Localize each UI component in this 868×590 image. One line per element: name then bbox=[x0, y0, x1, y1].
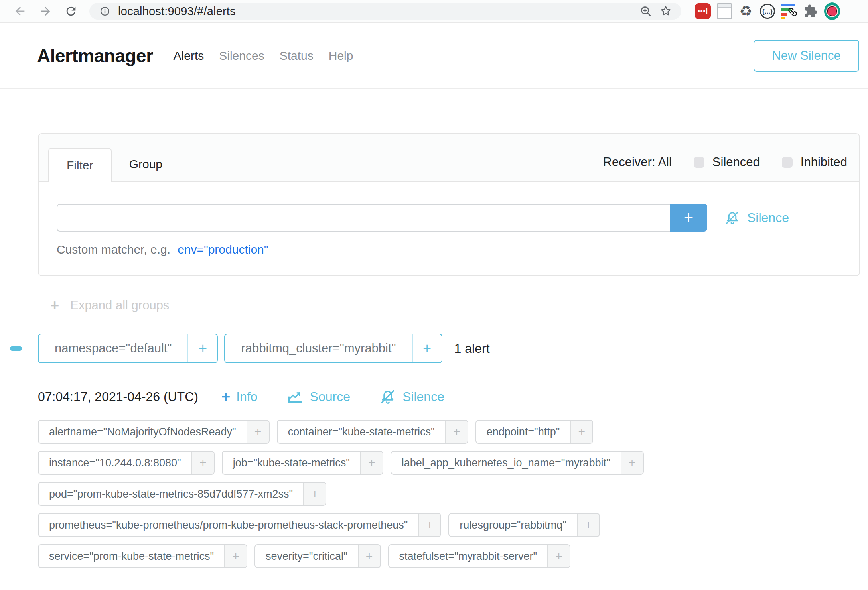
alert-label-text: pod="prom-kube-state-metrics-85d7ddf577-… bbox=[39, 483, 303, 505]
silenced-label[interactable]: Silenced bbox=[712, 155, 760, 169]
matcher-input-row: + Silence bbox=[57, 204, 841, 232]
label-row: service="prom-kube-state-metrics" + seve… bbox=[38, 544, 830, 568]
add-label-filter-button[interactable]: + bbox=[547, 545, 570, 567]
json-viewer-extension-icon[interactable]: {…} bbox=[760, 3, 775, 19]
profile-avatar[interactable] bbox=[824, 3, 840, 19]
label-row: pod="prom-kube-state-metrics-85d7ddf577-… bbox=[38, 482, 830, 506]
add-label-filter-button[interactable]: + bbox=[358, 545, 380, 567]
window-extension-icon[interactable] bbox=[716, 3, 732, 19]
alert-info-button[interactable]: + Info bbox=[221, 389, 258, 404]
lastpass-extension-icon[interactable]: •••| bbox=[695, 3, 711, 19]
label-row: prometheus="kube-prometheus/prom-kube-pr… bbox=[38, 513, 830, 537]
expand-all-groups-button[interactable]: + Expand all groups bbox=[50, 298, 868, 313]
collapse-group-button[interactable] bbox=[10, 346, 22, 351]
alert-label-text: service="prom-kube-state-metrics" bbox=[39, 545, 224, 567]
filter-panel-controls: Receiver: All Silenced Inhibited bbox=[603, 155, 847, 169]
alert-header-row: 07:04:17, 2021-04-26 (UTC) + Info Source… bbox=[38, 388, 868, 405]
add-label-filter-button[interactable]: + bbox=[418, 514, 440, 536]
alert-label-chip: label_app_kubernetes_io_name="myrabbit" … bbox=[391, 451, 644, 475]
add-matcher-button[interactable]: + bbox=[670, 204, 707, 232]
alert-label-chip: endpoint="http" + bbox=[475, 420, 594, 444]
alert-source-label: Source bbox=[310, 389, 350, 404]
browser-back-button[interactable] bbox=[11, 2, 29, 20]
recycle-extension-icon[interactable]: ♻ bbox=[738, 3, 754, 19]
zoom-page-icon[interactable] bbox=[639, 4, 653, 18]
alert-label-text: job="kube-state-metrics" bbox=[223, 452, 360, 474]
group-matcher-chip: rabbitmq_cluster="myrabbit" + bbox=[224, 334, 442, 363]
inhibited-checkbox[interactable] bbox=[782, 157, 793, 168]
alert-silence-label: Silence bbox=[402, 389, 444, 404]
receiver-label[interactable]: Receiver: All bbox=[603, 155, 672, 169]
group-matcher-chip: namespace="default" + bbox=[38, 334, 218, 363]
expand-all-groups-label: Expand all groups bbox=[70, 298, 169, 313]
alert-label-text: alertname="NoMajorityOfNodesReady" bbox=[39, 421, 247, 443]
bell-slash-icon bbox=[379, 388, 397, 405]
alert-label-text: label_app_kubernetes_io_name="myrabbit" bbox=[391, 452, 621, 474]
group-alert-count: 1 alert bbox=[454, 341, 490, 356]
add-group-matcher-button[interactable]: + bbox=[412, 334, 442, 362]
add-label-filter-button[interactable]: + bbox=[247, 421, 269, 443]
group-matcher-text: namespace="default" bbox=[39, 334, 187, 362]
alert-label-chip: service="prom-kube-state-metrics" + bbox=[38, 544, 247, 568]
add-label-filter-button[interactable]: + bbox=[621, 452, 643, 474]
add-label-filter-button[interactable]: + bbox=[570, 421, 592, 443]
plus-icon: + bbox=[221, 389, 230, 404]
filter-panel-body: + Silence Custom matcher, e.g. env="prod… bbox=[39, 182, 859, 275]
alert-label-text: statefulset="myrabbit-server" bbox=[389, 545, 548, 567]
nav-alerts[interactable]: Alerts bbox=[174, 49, 204, 63]
silenced-toggle: Silenced bbox=[694, 155, 760, 169]
group-matcher-text: rabbitmq_cluster="myrabbit" bbox=[225, 334, 412, 362]
alert-label-chip: pod="prom-kube-state-metrics-85d7ddf577-… bbox=[38, 482, 326, 506]
nav-help[interactable]: Help bbox=[329, 49, 353, 63]
alert-label-text: endpoint="http" bbox=[476, 421, 570, 443]
matcher-input[interactable] bbox=[57, 204, 670, 232]
add-label-filter-button[interactable]: + bbox=[360, 452, 383, 474]
matcher-hint: Custom matcher, e.g. env="production" bbox=[57, 243, 841, 256]
silenced-checkbox[interactable] bbox=[694, 157, 704, 168]
alert-label-chip: job="kube-state-metrics" + bbox=[222, 451, 383, 475]
nav-silences[interactable]: Silences bbox=[219, 49, 264, 63]
site-info-icon[interactable] bbox=[98, 4, 112, 18]
browser-forward-button[interactable] bbox=[37, 2, 54, 20]
silence-filter-label: Silence bbox=[747, 210, 789, 225]
filter-panel-header: Filter Group Receiver: All Silenced Inhi… bbox=[39, 134, 859, 182]
alert-label-text: container="kube-state-metrics" bbox=[278, 421, 445, 443]
add-label-filter-button[interactable]: + bbox=[224, 545, 247, 567]
plus-icon: + bbox=[50, 298, 59, 313]
tab-filter[interactable]: Filter bbox=[48, 148, 112, 182]
add-label-filter-button[interactable]: + bbox=[445, 421, 468, 443]
extensions-row: •••| ♻ {…} bbox=[695, 3, 840, 19]
address-bar[interactable]: localhost:9093/#/alerts bbox=[89, 3, 681, 20]
new-silence-button[interactable]: New Silence bbox=[754, 40, 859, 72]
app-brand[interactable]: Alertmanager bbox=[37, 45, 153, 67]
add-group-matcher-button[interactable]: + bbox=[187, 334, 217, 362]
silence-filter-button[interactable]: Silence bbox=[724, 209, 789, 226]
alerts-page: Filter Group Receiver: All Silenced Inhi… bbox=[0, 133, 868, 568]
extensions-puzzle-icon[interactable] bbox=[803, 3, 819, 19]
bell-slash-icon bbox=[724, 209, 741, 226]
alert-label-chip: severity="critical" + bbox=[254, 544, 381, 568]
tab-group[interactable]: Group bbox=[112, 147, 180, 181]
nav-status[interactable]: Status bbox=[280, 49, 314, 63]
add-label-filter-button[interactable]: + bbox=[577, 514, 599, 536]
alert-label-chip: alertname="NoMajorityOfNodesReady" + bbox=[38, 420, 270, 444]
matcher-hint-example-link[interactable]: env="production" bbox=[178, 243, 268, 256]
inhibited-toggle: Inhibited bbox=[782, 155, 847, 169]
alert-silence-button[interactable]: Silence bbox=[379, 388, 444, 405]
alert-label-chip: statefulset="myrabbit-server" + bbox=[388, 544, 571, 568]
alert-source-link[interactable]: Source bbox=[286, 388, 350, 405]
alert-label-chip: rulesgroup="rabbitmq" + bbox=[448, 513, 600, 537]
link-shortener-extension-icon[interactable] bbox=[781, 3, 797, 19]
alert-timestamp: 07:04:17, 2021-04-26 (UTC) bbox=[38, 389, 198, 404]
add-label-filter-button[interactable]: + bbox=[303, 483, 326, 505]
matcher-hint-text: Custom matcher, e.g. bbox=[57, 243, 170, 256]
url-text: localhost:9093/#/alerts bbox=[118, 5, 236, 18]
back-arrow-icon bbox=[13, 4, 27, 18]
browser-reload-button[interactable] bbox=[62, 2, 80, 20]
app-header: Alertmanager Alerts Silences Status Help… bbox=[0, 23, 868, 89]
add-label-filter-button[interactable]: + bbox=[191, 452, 214, 474]
bookmark-star-icon[interactable] bbox=[659, 4, 673, 18]
alert-label-chip: container="kube-state-metrics" + bbox=[277, 420, 468, 444]
inhibited-label[interactable]: Inhibited bbox=[801, 155, 847, 169]
alert-group-row: namespace="default" + rabbitmq_cluster="… bbox=[10, 334, 868, 363]
